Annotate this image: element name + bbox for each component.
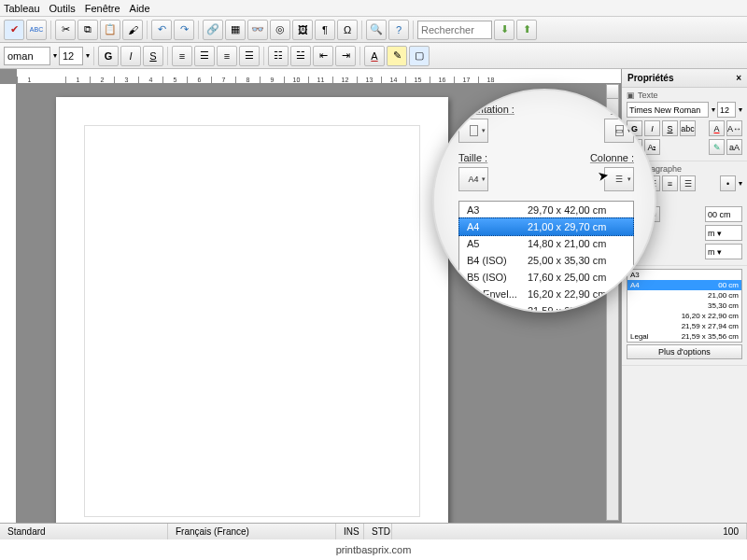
menu-fenetre[interactable]: Fenêtre	[85, 3, 120, 14]
horizontal-ruler[interactable]: 1 12 34 56 78 910 1112 1314 1516 1718	[17, 69, 621, 84]
bg-color-icon[interactable]: ▢	[409, 46, 430, 66]
search-input[interactable]	[417, 21, 492, 39]
redo-icon[interactable]: ↷	[174, 20, 194, 40]
font-size-input[interactable]	[59, 47, 83, 65]
font-name-input[interactable]	[4, 47, 50, 65]
footer: printbasprix.com	[0, 539, 747, 560]
align-center-icon[interactable]: ☰	[194, 46, 215, 66]
cursor-icon: ➤	[597, 167, 611, 184]
paste-icon[interactable]: 📋	[100, 20, 120, 40]
section-text: Texte	[638, 91, 658, 100]
bullets-icon[interactable]: •	[720, 175, 736, 191]
status-std[interactable]: STD	[364, 524, 392, 539]
chars-icon[interactable]: Ω	[337, 20, 358, 40]
footer-text: printbasprix.com	[336, 544, 412, 555]
colonne-label: Colonne :	[590, 152, 634, 163]
status-bar: Standard Français (France) INS STD 100	[0, 523, 747, 539]
italic-button[interactable]: I	[120, 46, 141, 66]
page-size-sidebar-list[interactable]: A3 A400 cm 21,00 cm 35,30 cm 16,20 x 22,…	[627, 269, 742, 343]
font-select[interactable]: Times New Roman	[627, 102, 709, 118]
close-icon[interactable]: ×	[736, 73, 741, 83]
menubar: Tableau Outils Fenêtre Aide	[0, 0, 747, 17]
cut-icon[interactable]: ✂	[55, 20, 76, 40]
char-spacing-icon[interactable]: A↔	[726, 120, 742, 136]
number-list-icon[interactable]: ☱	[290, 46, 311, 66]
gallery-icon[interactable]: 🖼	[292, 20, 313, 40]
status-mode[interactable]: Standard	[0, 524, 168, 539]
list-item[interactable]: 21,59 x 27,94 cm	[627, 321, 741, 331]
font-color-icon[interactable]: A	[364, 46, 385, 66]
status-ins[interactable]: INS	[336, 524, 364, 539]
taille-label: Taille :	[458, 152, 487, 163]
expand-icon[interactable]: ▣	[627, 91, 635, 100]
dropdown-icon[interactable]: ▾	[53, 51, 57, 60]
align-right-icon[interactable]: ≡	[217, 46, 237, 66]
spacing-value2[interactable]: m ▾	[705, 244, 742, 259]
list-item[interactable]: 16,20 x 22,90 cm	[627, 311, 741, 321]
size-picker[interactable]: A4	[458, 167, 488, 191]
magnifier-overlay: Orientation : Marg ▭ Taille : Colonne : …	[432, 89, 656, 313]
list-item[interactable]: 21,00 cm	[627, 290, 741, 301]
list-item[interactable]: A421,00 x 29,70 cm	[458, 217, 634, 236]
font-color-icon[interactable]: A	[709, 120, 725, 136]
list-item[interactable]: A400 cm	[627, 280, 741, 290]
bold-button[interactable]: G	[98, 46, 119, 66]
page-margin	[84, 125, 420, 517]
align-justify-icon[interactable]: ☰	[239, 46, 260, 66]
align-justify-icon[interactable]: ☰	[680, 175, 696, 191]
copy-icon[interactable]: ⧉	[78, 20, 98, 40]
menu-outils[interactable]: Outils	[49, 3, 76, 14]
align-right-icon[interactable]: ≡	[662, 175, 678, 191]
menu-tableau[interactable]: Tableau	[4, 3, 40, 14]
list-item[interactable]: B4 (ISO)25,00 x 35,30 cm	[459, 252, 633, 269]
properties-title: Propriétés	[627, 73, 673, 83]
binoculars-icon[interactable]: 👓	[247, 20, 268, 40]
dropdown-icon[interactable]: ▾	[712, 105, 715, 114]
more-options-button[interactable]: Plus d'options	[627, 344, 742, 359]
indent-dec-icon[interactable]: ⇤	[313, 46, 333, 66]
underline-button[interactable]: S	[662, 120, 678, 136]
list-item[interactable]: A329,70 x 42,00 cm	[459, 202, 633, 218]
list-item[interactable]: A3	[627, 270, 741, 280]
highlight-icon[interactable]: ✎	[387, 46, 407, 66]
spellcheck-icon[interactable]: ✔	[4, 20, 24, 40]
page[interactable]	[56, 97, 448, 545]
table-icon[interactable]: ▦	[225, 20, 246, 40]
dropdown-icon[interactable]: ▾	[86, 51, 90, 60]
nonprint-icon[interactable]: ¶	[315, 20, 335, 40]
italic-button[interactable]: I	[644, 120, 660, 136]
link-icon[interactable]: 🔗	[203, 20, 223, 40]
nav-icon[interactable]: ◎	[270, 20, 290, 40]
underline-button[interactable]: S	[143, 46, 163, 66]
dropdown-icon[interactable]: ▾	[739, 105, 742, 114]
abc-icon[interactable]: ABC	[26, 20, 47, 40]
char-icon[interactable]: aA	[726, 139, 742, 155]
zoom-icon[interactable]: 🔍	[366, 20, 387, 40]
spacing-value[interactable]: m ▾	[705, 225, 742, 241]
list-item[interactable]: B5 (ISO)17,60 x 25,00 cm	[459, 269, 633, 286]
menu-aide[interactable]: Aide	[130, 3, 150, 14]
format-paint-icon[interactable]: 🖌	[122, 20, 143, 40]
help-icon[interactable]: ?	[388, 20, 409, 40]
strike-button[interactable]: abc	[680, 120, 696, 136]
subscript-icon[interactable]: A₂	[644, 139, 660, 155]
indent-inc-icon[interactable]: ⇥	[335, 46, 356, 66]
highlight-icon[interactable]: ✎	[709, 139, 725, 155]
list-item[interactable]: 35,30 cm	[627, 301, 741, 311]
list-item[interactable]: Legal21,59 x 35,56 cm	[627, 331, 741, 342]
dropdown-icon[interactable]: ▾	[739, 179, 742, 188]
search-up-icon[interactable]: ⬆	[516, 20, 537, 40]
undo-icon[interactable]: ↶	[151, 20, 172, 40]
orientation-picker[interactable]	[458, 119, 488, 143]
main-toolbar: ✔ ABC ✂ ⧉ 📋 🖌 ↶ ↷ 🔗 ▦ 👓 ◎ 🖼 ¶ Ω 🔍 ? ⬇ ⬆	[0, 17, 747, 43]
status-lang[interactable]: Français (France)	[168, 524, 336, 539]
format-toolbar: ▾ ▾ G I S ≡ ☰ ≡ ☰ ☷ ☱ ⇤ ⇥ A ✎ ▢	[0, 43, 747, 69]
vertical-ruler[interactable]	[0, 84, 17, 523]
list-item[interactable]: A514,80 x 21,00 cm	[459, 235, 633, 252]
status-zoom[interactable]: 100	[715, 524, 747, 539]
search-down-icon[interactable]: ⬇	[494, 20, 514, 40]
indent-value[interactable]: 00 cm	[705, 206, 742, 222]
align-left-icon[interactable]: ≡	[172, 46, 192, 66]
size-select[interactable]: 12	[717, 102, 736, 118]
bullet-list-icon[interactable]: ☷	[268, 46, 289, 66]
